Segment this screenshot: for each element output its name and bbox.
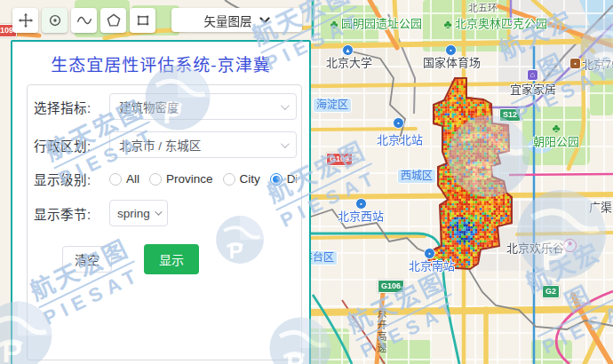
chevron-down-icon [155,208,162,215]
polygon-tool-button[interactable] [100,8,126,33]
app-screen: 北五环♣圆明园遗址公园♣北京奥林匹克公园▴北京大学▪国家体育场⌂宜家家居▪北京7… [0,0,613,364]
radio-option-all[interactable]: All [109,172,139,186]
radio-option-province[interactable]: Province [149,172,213,186]
page-title: 生态宜居性评估系统-京津冀 [12,51,309,75]
pan-icon [17,12,35,29]
season-row: 显示季节: spring [34,200,297,226]
chevron-down-icon [281,101,290,110]
curve-tool-button[interactable] [71,8,97,33]
radio-icon [223,173,235,186]
indicator-select[interactable]: 建筑物密度 [109,93,297,120]
season-value: spring [117,207,150,220]
chevron-down-icon [259,17,270,24]
radio-option-city[interactable]: City [223,172,260,186]
layer-type-label: 矢量图层 [204,12,252,29]
region-value: 北京市 / 东城区 [119,136,201,154]
evaluation-panel: 生态宜居性评估系统-京津冀 选择指标: 建筑物密度 行政区划: 北京市 / 东城… [11,40,311,364]
level-row: 显示级别: All Province City [34,170,297,188]
pan-tool-button[interactable] [12,8,38,33]
season-label: 显示季节: [34,204,109,223]
indicator-value: 建筑物密度 [119,98,179,115]
show-button[interactable]: 显示 [144,244,199,274]
chevron-down-icon [281,139,290,148]
location-icon [46,12,64,29]
radio-icon [270,173,283,186]
clear-button[interactable]: 清空 [62,246,112,273]
heatmap-overlay [418,71,524,275]
rectangle-tool-button[interactable] [130,8,155,33]
map-toolbar [12,8,155,33]
curve-icon [76,12,93,29]
radio-icon [149,173,162,186]
season-select[interactable]: spring [109,200,168,226]
location-tool-button[interactable] [42,8,68,33]
indicator-label: 选择指标: [34,98,109,116]
indicator-row: 选择指标: 建筑物密度 [34,93,297,120]
radio-icon [109,173,122,186]
layer-type-dropdown[interactable]: 矢量图层 [171,8,302,32]
button-row: 清空 显示 [34,244,297,274]
level-radio-group: All Province City District [109,172,297,186]
level-label: 显示级别: [34,170,109,188]
form-fieldset: 选择指标: 建筑物密度 行政区划: 北京市 / 东城区 显示级别: [27,84,302,360]
region-label: 行政区划: [34,136,109,154]
region-select[interactable]: 北京市 / 东城区 [109,131,297,158]
rectangle-icon [134,12,152,29]
region-row: 行政区划: 北京市 / 东城区 [34,131,297,158]
polygon-icon [105,12,123,29]
radio-option-district[interactable]: District [270,172,297,186]
